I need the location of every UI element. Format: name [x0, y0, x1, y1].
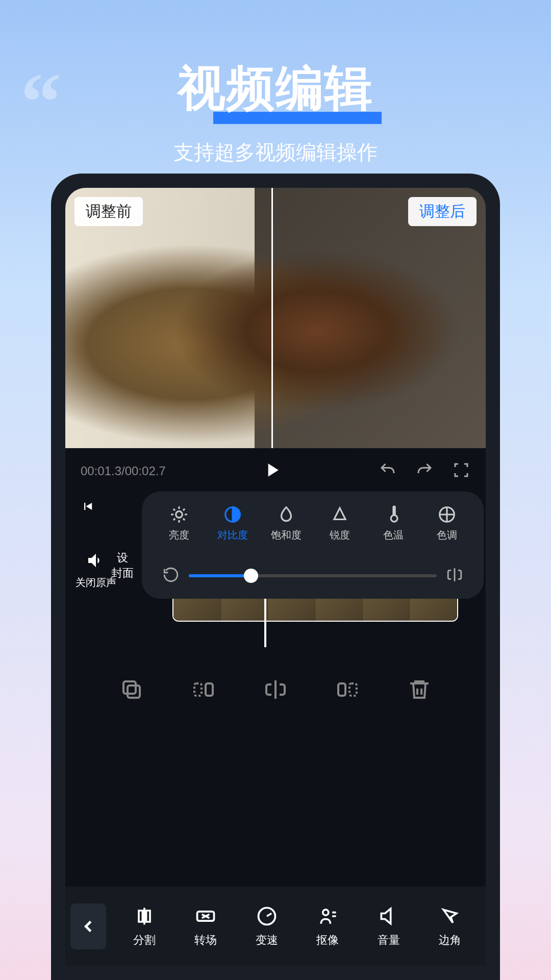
- svg-rect-1: [123, 681, 136, 694]
- adjust-sharpness[interactable]: 锐度: [319, 505, 360, 542]
- screen: 调整前 调整后 00:01.3/00:02.7: [65, 188, 486, 966]
- back-button[interactable]: [70, 903, 106, 949]
- video-preview[interactable]: 调整前 调整后: [65, 188, 486, 448]
- bottom-toolbar: 分割 转场 变速 抠像 音量: [65, 887, 486, 966]
- svg-rect-0: [128, 685, 140, 698]
- fullscreen-icon[interactable]: [452, 461, 470, 481]
- copy-icon[interactable]: [119, 677, 144, 704]
- tool-label: 变速: [256, 933, 278, 948]
- svg-rect-2: [194, 683, 202, 696]
- tool-split[interactable]: 分割: [133, 905, 156, 948]
- svg-rect-4: [338, 683, 345, 696]
- slider-fill: [189, 574, 251, 577]
- mute-label: 关闭原声: [76, 576, 116, 590]
- quote-decoration: “: [20, 82, 61, 122]
- time-display: 00:01.3/00:02.7: [81, 464, 166, 478]
- slider-thumb[interactable]: [244, 569, 258, 583]
- page-title: 视频编辑: [178, 56, 373, 121]
- adjust-brightness[interactable]: 亮度: [159, 505, 199, 542]
- tool-speed[interactable]: 变速: [256, 905, 278, 948]
- redo-icon[interactable]: [415, 461, 434, 481]
- tool-label: 抠像: [316, 933, 339, 948]
- tool-volume[interactable]: 音量: [378, 905, 400, 948]
- svg-rect-5: [349, 683, 357, 696]
- tool-cutout[interactable]: 抠像: [316, 905, 339, 948]
- delete-icon[interactable]: [407, 677, 432, 704]
- after-badge: 调整后: [408, 197, 477, 226]
- split-left-icon[interactable]: [191, 677, 216, 704]
- current-time: 00:01.3: [81, 464, 121, 478]
- adjust-slider[interactable]: [189, 574, 437, 577]
- play-button[interactable]: [261, 459, 283, 483]
- mid-toolbar: [65, 657, 486, 724]
- mute-button[interactable]: [76, 550, 116, 573]
- adjust-contrast[interactable]: 对比度: [212, 505, 253, 542]
- adjust-label: 色温: [383, 528, 404, 542]
- svg-point-8: [323, 910, 329, 915]
- compare-icon[interactable]: [446, 566, 463, 585]
- adjust-label: 对比度: [217, 528, 248, 542]
- svg-point-9: [176, 511, 182, 518]
- page-subtitle: 支持超多视频编辑操作: [0, 138, 551, 166]
- undo-icon[interactable]: [379, 461, 397, 481]
- adjust-panel: 亮度 对比度 饱和度 锐度 色温: [142, 492, 484, 599]
- tool-label: 分割: [133, 933, 156, 948]
- adjust-temperature[interactable]: 色温: [373, 505, 414, 542]
- skip-start-icon[interactable]: [81, 499, 95, 516]
- before-badge: 调整前: [74, 197, 143, 226]
- set-cover-button[interactable]: 设 封面: [111, 550, 134, 581]
- adjust-tint[interactable]: 色调: [427, 505, 467, 542]
- adjust-label: 色调: [437, 528, 457, 542]
- tool-label: 音量: [378, 933, 400, 948]
- tool-label: 边角: [439, 933, 461, 948]
- split-right-icon[interactable]: [335, 677, 360, 704]
- preview-image: [65, 188, 486, 448]
- playback-bar: 00:01.3/00:02.7: [65, 448, 486, 494]
- device-frame: 调整前 调整后 00:01.3/00:02.7: [51, 174, 500, 980]
- mirror-icon[interactable]: [263, 677, 288, 704]
- adjust-label: 饱和度: [271, 528, 302, 542]
- tool-transition[interactable]: 转场: [194, 905, 217, 948]
- total-time: 00:02.7: [125, 464, 166, 478]
- svg-rect-3: [206, 683, 213, 696]
- tool-corner[interactable]: 边角: [439, 905, 461, 948]
- compare-divider[interactable]: [271, 188, 273, 448]
- tool-label: 转场: [194, 933, 217, 948]
- reset-icon[interactable]: [162, 566, 180, 585]
- adjust-label: 锐度: [330, 528, 350, 542]
- adjust-label: 亮度: [169, 528, 189, 542]
- adjust-saturation[interactable]: 饱和度: [266, 505, 307, 542]
